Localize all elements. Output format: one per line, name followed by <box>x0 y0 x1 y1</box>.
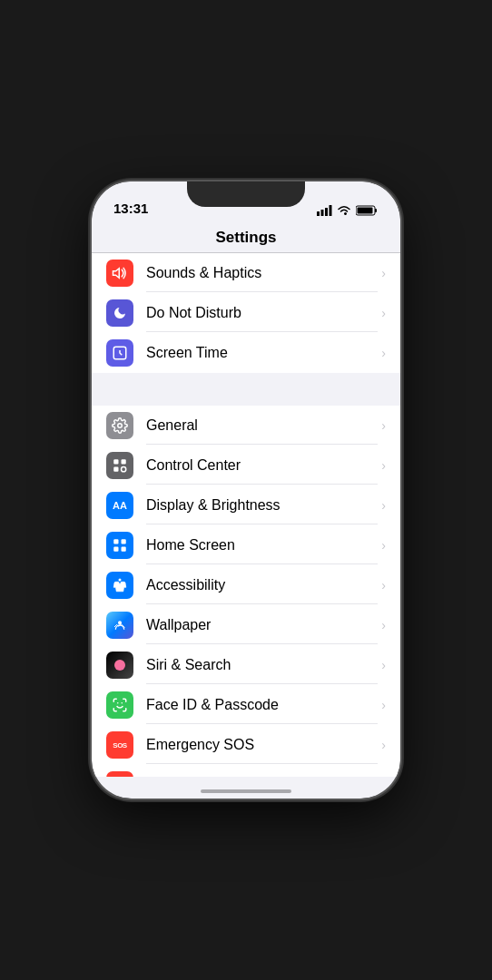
settings-item-screentime[interactable]: Screen Time › <box>92 333 400 373</box>
accessibility-label: Accessibility <box>146 567 378 604</box>
displaybrightness-icon: AA <box>106 492 133 519</box>
svg-rect-10 <box>122 459 126 464</box>
phone-screen: 13:31 <box>92 181 400 799</box>
wallpaper-label: Wallpaper <box>146 607 378 644</box>
controlcenter-label: Control Center <box>146 447 378 485</box>
wallpaper-icon <box>106 612 133 639</box>
faceid-label: Face ID & Passcode <box>146 687 378 724</box>
svg-rect-9 <box>113 459 118 464</box>
settings-list[interactable]: Sounds & Haptics › Do Not Disturb › <box>92 253 400 777</box>
phone-frame: 13:31 <box>92 181 400 799</box>
screentime-icon <box>106 339 133 367</box>
settings-item-general[interactable]: General › <box>92 406 400 446</box>
section-group-1: Sounds & Haptics › Do Not Disturb › <box>92 253 400 373</box>
svg-rect-6 <box>358 208 373 214</box>
faceid-chevron: › <box>381 698 386 712</box>
settings-item-sounds[interactable]: Sounds & Haptics › <box>92 253 400 293</box>
notch <box>187 181 305 207</box>
svg-rect-11 <box>113 467 118 472</box>
settings-item-donotdisturb[interactable]: Do Not Disturb › <box>92 293 400 333</box>
settings-item-wallpaper[interactable]: Wallpaper › <box>92 605 400 645</box>
exposurenotif-label: Exposure Notifications <box>146 767 378 778</box>
wallpaper-chevron: › <box>381 618 386 632</box>
svg-rect-3 <box>330 205 332 216</box>
wifi-icon <box>337 205 351 216</box>
displaybrightness-chevron: › <box>381 498 386 513</box>
svg-point-19 <box>114 660 125 671</box>
accessibility-chevron: › <box>381 578 386 593</box>
controlcenter-chevron: › <box>381 458 386 473</box>
signal-icon <box>317 205 332 216</box>
svg-rect-1 <box>321 210 324 216</box>
controlcenter-icon <box>106 452 133 479</box>
svg-point-17 <box>119 579 122 582</box>
general-chevron: › <box>381 418 386 433</box>
settings-item-displaybrightness[interactable]: AA Display & Brightness › <box>92 485 400 525</box>
displaybrightness-label: Display & Brightness <box>146 487 378 524</box>
home-indicator <box>201 789 291 793</box>
settings-item-controlcenter[interactable]: Control Center › <box>92 446 400 485</box>
sirisearch-chevron: › <box>381 658 386 672</box>
emergencysos-label: Emergency SOS <box>146 727 378 764</box>
svg-rect-14 <box>122 539 126 544</box>
sirisearch-icon <box>106 652 133 679</box>
faceid-icon <box>106 691 133 719</box>
sounds-label: Sounds & Haptics <box>146 255 378 292</box>
sounds-chevron: › <box>381 266 386 280</box>
svg-rect-15 <box>113 547 118 552</box>
divider-1 <box>92 373 400 406</box>
homescreen-chevron: › <box>381 538 386 553</box>
screentime-label: Screen Time <box>146 335 378 371</box>
sirisearch-label: Siri & Search <box>146 647 378 684</box>
svg-rect-5 <box>375 209 377 212</box>
screentime-chevron: › <box>381 346 386 360</box>
settings-item-sirisearch[interactable]: Siri & Search › <box>92 645 400 685</box>
status-time: 13:31 <box>113 201 148 216</box>
svg-point-12 <box>122 467 126 472</box>
sounds-icon <box>106 260 133 287</box>
nav-bar: Settings <box>92 221 400 253</box>
settings-item-exposurenotif[interactable]: Exposure Notifications › <box>92 765 400 777</box>
homescreen-label: Home Screen <box>146 527 378 564</box>
settings-item-accessibility[interactable]: Accessibility › <box>92 565 400 605</box>
emergencysos-chevron: › <box>381 738 386 752</box>
exposurenotif-icon <box>106 771 133 777</box>
svg-rect-13 <box>113 539 118 544</box>
donotdisturb-chevron: › <box>381 306 386 320</box>
settings-item-emergencysos[interactable]: SOS Emergency SOS › <box>92 725 400 765</box>
settings-item-homescreen[interactable]: Home Screen › <box>92 525 400 565</box>
battery-icon <box>356 205 379 216</box>
homescreen-icon <box>106 532 133 559</box>
page-title: Settings <box>215 229 276 246</box>
section-group-2: General › Control Center › <box>92 406 400 777</box>
general-label: General <box>146 407 378 445</box>
donotdisturb-icon <box>106 299 133 327</box>
svg-point-8 <box>118 424 123 428</box>
status-icons <box>317 205 379 216</box>
svg-rect-2 <box>325 208 328 216</box>
emergencysos-icon: SOS <box>106 731 133 759</box>
general-icon <box>106 412 133 439</box>
donotdisturb-label: Do Not Disturb <box>146 295 378 332</box>
settings-item-faceid[interactable]: Face ID & Passcode › <box>92 685 400 725</box>
svg-rect-16 <box>122 547 126 552</box>
accessibility-icon <box>106 572 133 599</box>
svg-rect-0 <box>317 211 320 216</box>
